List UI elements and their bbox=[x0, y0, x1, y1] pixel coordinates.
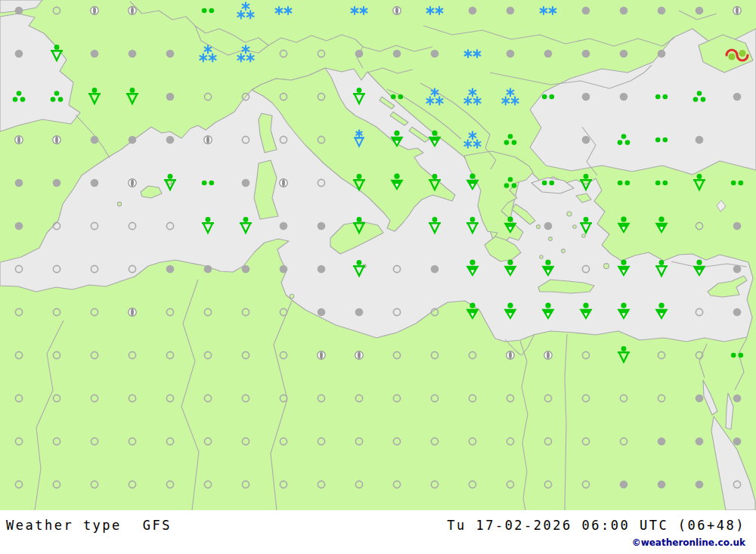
cloudy-symbol bbox=[431, 50, 439, 58]
cloudy-symbol bbox=[242, 179, 250, 187]
partly-cloudy-symbol bbox=[355, 351, 363, 359]
cloudy-symbol bbox=[696, 395, 704, 403]
island-cyclades-5 bbox=[573, 225, 576, 228]
cloudy-symbol bbox=[582, 136, 590, 144]
partly-cloudy-symbol bbox=[53, 136, 60, 144]
cloudy-symbol bbox=[166, 265, 175, 274]
partly-cloudy-symbol bbox=[544, 351, 552, 359]
cloudy-symbol bbox=[91, 50, 99, 58]
cloudy-symbol bbox=[696, 7, 704, 15]
partly-cloudy-symbol bbox=[507, 351, 514, 359]
product-label: Weather type bbox=[6, 518, 122, 533]
island-djerba bbox=[290, 294, 294, 299]
cloudy-symbol bbox=[620, 93, 628, 101]
model-label: GFS bbox=[143, 518, 172, 533]
cloudy-symbol bbox=[280, 222, 288, 231]
cloudy-symbol bbox=[733, 93, 742, 101]
cloudy-symbol bbox=[166, 50, 175, 58]
weather-map bbox=[0, 0, 756, 510]
cloudy-symbol bbox=[431, 265, 439, 274]
cloudy-symbol bbox=[507, 7, 515, 15]
cloudy-symbol bbox=[15, 7, 23, 15]
cloudy-symbol bbox=[658, 7, 666, 15]
partly-cloudy-symbol bbox=[129, 179, 136, 187]
partly-cloudy-symbol bbox=[91, 7, 98, 14]
partly-cloudy-symbol bbox=[318, 351, 325, 359]
cloudy-symbol bbox=[469, 7, 477, 15]
cloudy-symbol bbox=[318, 308, 326, 317]
cloudy-symbol bbox=[129, 136, 137, 144]
cloudy-symbol bbox=[620, 50, 628, 58]
cloudy-symbol bbox=[582, 7, 590, 15]
cloudy-symbol bbox=[544, 222, 553, 231]
partly-cloudy-symbol bbox=[280, 179, 287, 187]
valid-time-label: Tu 17-02-2026 06:00 UTC (06+48) bbox=[447, 518, 745, 533]
cloudy-symbol bbox=[15, 179, 23, 187]
cloudy-symbol bbox=[242, 265, 250, 274]
partly-cloudy-symbol bbox=[393, 7, 401, 14]
cloudy-symbol bbox=[204, 265, 212, 274]
cloudy-symbol bbox=[733, 308, 742, 317]
island-rhodes bbox=[604, 264, 609, 269]
cloudy-symbol bbox=[355, 50, 364, 58]
cloudy-symbol bbox=[733, 438, 742, 446]
cloudy-symbol bbox=[582, 50, 590, 58]
map-title: Weather typeGFS bbox=[6, 518, 172, 533]
cloudy-symbol bbox=[166, 136, 175, 144]
cloudy-symbol bbox=[658, 481, 666, 489]
island-cyclades-1 bbox=[537, 225, 541, 229]
cloudy-symbol bbox=[15, 222, 23, 231]
cloudy-symbol bbox=[15, 50, 23, 58]
cloudy-symbol bbox=[658, 438, 666, 446]
island-cyclades-6 bbox=[582, 234, 585, 237]
island-ibiza bbox=[117, 202, 121, 206]
cloudy-symbol bbox=[696, 136, 704, 144]
partly-cloudy-symbol bbox=[129, 308, 136, 316]
cloudy-symbol bbox=[318, 265, 326, 274]
cloudy-symbol bbox=[53, 179, 61, 187]
cloudy-symbol bbox=[733, 222, 742, 231]
cloudy-symbol bbox=[733, 395, 742, 403]
weather-map-page: { "footer": { "product_label": "Weather … bbox=[0, 0, 756, 554]
cloudy-symbol bbox=[733, 265, 742, 274]
island-cyclades-2 bbox=[549, 237, 553, 241]
island-cyclades-3 bbox=[562, 249, 565, 253]
copyright-link[interactable]: ©weatheronline.co.uk bbox=[632, 537, 745, 548]
cloudy-symbol bbox=[91, 136, 99, 144]
partly-cloudy-symbol bbox=[129, 7, 136, 14]
island-chios bbox=[567, 212, 572, 216]
cloudy-symbol bbox=[658, 50, 666, 58]
partly-cloudy-symbol bbox=[204, 136, 212, 144]
cloudy-symbol bbox=[620, 7, 628, 15]
cloudy-symbol bbox=[91, 179, 99, 187]
cloudy-symbol bbox=[280, 265, 288, 274]
cloudy-symbol bbox=[355, 308, 364, 317]
footer-bar: Weather typeGFS Tu 17-02-2026 06:00 UTC … bbox=[0, 510, 756, 554]
cloudy-symbol bbox=[507, 50, 515, 58]
partly-cloudy-symbol bbox=[733, 7, 741, 14]
cloudy-symbol bbox=[318, 222, 326, 231]
cloudy-symbol bbox=[620, 481, 628, 489]
cloudy-symbol bbox=[393, 50, 401, 58]
cloudy-symbol bbox=[166, 93, 175, 101]
cloudy-symbol bbox=[544, 50, 553, 58]
cloudy-symbol bbox=[582, 93, 590, 101]
partly-cloudy-symbol bbox=[15, 136, 23, 144]
cloudy-symbol bbox=[696, 438, 704, 446]
cloudy-symbol bbox=[129, 50, 137, 58]
freezing-rain-symbol bbox=[727, 50, 748, 60]
island-cyclades-4 bbox=[540, 255, 543, 258]
cloudy-symbol bbox=[696, 481, 704, 489]
